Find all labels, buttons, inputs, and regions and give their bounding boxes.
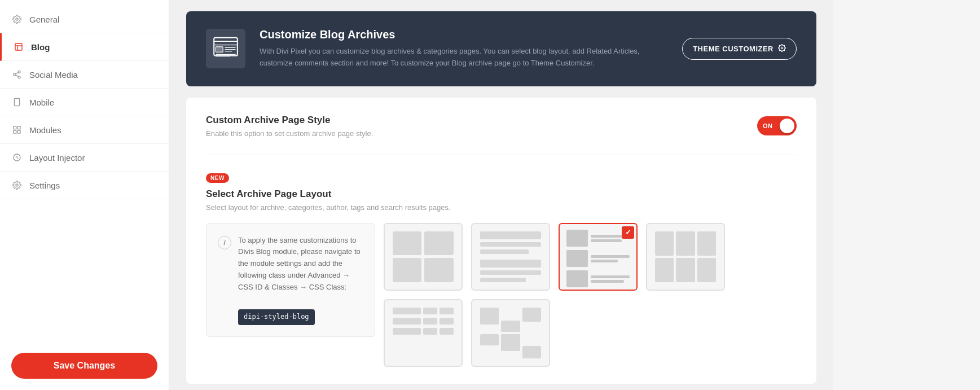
layouts-container: ✓ (384, 223, 797, 367)
customize-banner: Customize Blog Archives With Divi Pixel … (186, 11, 816, 86)
toggle-thumb (780, 119, 794, 133)
gear-icon (11, 14, 23, 25)
svg-point-6 (18, 76, 20, 78)
layout-option-4[interactable] (646, 223, 725, 291)
svg-rect-13 (17, 130, 20, 133)
toggle-on-label: ON (763, 122, 773, 129)
sidebar-item-blog[interactable]: Blog (0, 33, 169, 61)
banner-title: Customize Blog Archives (260, 28, 668, 41)
gear-icon (778, 44, 786, 54)
toggle-label: Custom Archive Page Style Enable this op… (206, 115, 373, 138)
sidebar-item-mobile-label: Mobile (29, 98, 54, 107)
theme-customizer-button[interactable]: THEME CUSTOMIZER (682, 38, 797, 60)
sidebar-item-layout-injector-label: Layout Injector (29, 153, 85, 163)
save-changes-button[interactable]: Save Changes (11, 353, 157, 379)
banner-text: Customize Blog Archives With Divi Pixel … (260, 28, 668, 69)
sidebar: General Blog Social Media Mobile Modules… (0, 0, 169, 390)
theme-customizer-label: THEME CUSTOMIZER (693, 45, 774, 53)
info-text: To apply the same customizations to Divi… (238, 235, 363, 325)
layout-title: Select Archive Page Layout (206, 189, 797, 200)
banner-description: With Divi Pixel you can customize blog a… (260, 46, 668, 69)
layout-option-1[interactable] (384, 223, 463, 291)
settings-icon (11, 179, 23, 191)
sidebar-item-settings[interactable]: Settings (0, 172, 169, 199)
settings-card: Custom Archive Page Style Enable this op… (186, 98, 816, 384)
sidebar-item-modules-label: Modules (29, 125, 61, 135)
sidebar-item-social-media[interactable]: Social Media (0, 61, 169, 89)
layout-description: Select layout for archive, categories, a… (206, 203, 797, 212)
sidebar-bottom: Save Changes (0, 341, 169, 390)
mobile-icon (11, 97, 23, 108)
svg-point-0 (16, 18, 18, 20)
css-class-tag: dipi-styled-blog (238, 309, 315, 325)
svg-line-7 (16, 75, 19, 77)
layout-option-5[interactable] (384, 299, 463, 367)
svg-rect-14 (14, 130, 16, 133)
sidebar-item-blog-label: Blog (31, 42, 50, 52)
new-badge: NEW (206, 173, 229, 183)
layout-section: NEW Select Archive Page Layout Select la… (206, 172, 797, 367)
svg-rect-11 (14, 126, 16, 129)
svg-rect-20 (216, 47, 223, 52)
modules-icon (11, 124, 23, 135)
sidebar-item-settings-label: Settings (29, 181, 60, 190)
svg-rect-1 (15, 43, 22, 50)
svg-rect-12 (17, 126, 20, 129)
svg-point-26 (781, 47, 783, 49)
custom-archive-section: Custom Archive Page Style Enable this op… (206, 115, 797, 155)
svg-point-4 (18, 71, 20, 73)
sidebar-item-layout-injector[interactable]: Layout Injector (0, 144, 169, 172)
sidebar-item-general-label: General (29, 15, 59, 24)
layout-option-2[interactable] (471, 223, 550, 291)
svg-line-8 (16, 72, 19, 74)
custom-archive-title: Custom Archive Page Style (206, 115, 373, 126)
banner-icon (206, 29, 245, 68)
svg-point-5 (14, 73, 16, 76)
svg-point-16 (16, 184, 18, 186)
share-icon (11, 69, 23, 80)
layout-3-checkmark: ✓ (622, 226, 634, 239)
layout-option-6[interactable] (471, 299, 550, 367)
right-spacer (833, 0, 980, 390)
custom-archive-description: Enable this option to set custom archive… (206, 129, 373, 138)
layout-icon (11, 152, 23, 163)
sidebar-item-mobile[interactable]: Mobile (0, 89, 169, 116)
layout-grid: i To apply the same customizations to Di… (206, 223, 797, 367)
sidebar-item-social-media-label: Social Media (29, 70, 78, 80)
blog-icon (13, 41, 24, 52)
svg-rect-9 (14, 98, 19, 106)
archive-style-toggle[interactable]: ON (757, 116, 797, 135)
info-box-content: i To apply the same customizations to Di… (218, 235, 363, 325)
sidebar-item-modules[interactable]: Modules (0, 116, 169, 144)
main-content: Customize Blog Archives With Divi Pixel … (169, 0, 833, 390)
info-box: i To apply the same customizations to Di… (206, 223, 375, 337)
layout-option-3[interactable]: ✓ (559, 223, 638, 291)
sidebar-item-general[interactable]: General (0, 6, 169, 33)
info-icon: i (218, 236, 231, 249)
